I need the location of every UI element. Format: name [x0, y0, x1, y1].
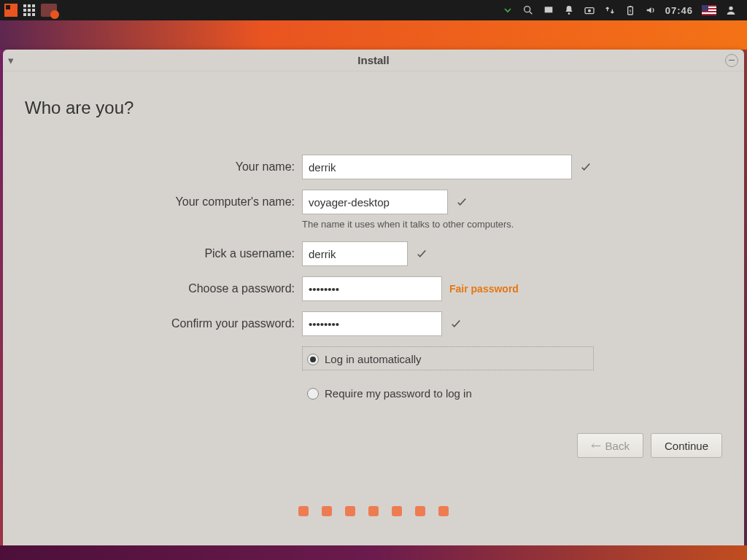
window-minimize-button[interactable] [725, 54, 738, 67]
login-require-label: Require my password to log in [325, 387, 472, 400]
password-strength: Fair password [449, 283, 519, 295]
tray-app-icon[interactable] [41, 4, 57, 17]
top-panel: 07:46 [0, 0, 747, 20]
svg-point-2 [568, 12, 570, 15]
window-menu-button[interactable]: ▾ [3, 54, 19, 67]
user-icon[interactable] [725, 4, 737, 16]
keyboard-layout-flag-icon[interactable] [702, 5, 716, 15]
hostname-input[interactable] [302, 190, 448, 214]
network-icon[interactable] [604, 4, 616, 16]
page-heading: Who are you? [25, 98, 722, 118]
username-label: Pick a username: [25, 247, 302, 260]
svg-rect-1 [544, 7, 552, 12]
apps-menu-icon[interactable] [23, 4, 35, 16]
installer-window: ▾ Install Who are you? Your name: Your c… [3, 50, 744, 545]
check-icon [449, 317, 462, 330]
clock[interactable]: 07:46 [665, 5, 693, 16]
name-label: Your name: [25, 160, 302, 174]
check-icon [415, 247, 428, 260]
svg-point-7 [729, 7, 732, 10]
search-icon[interactable] [522, 4, 534, 16]
check-icon [455, 195, 468, 209]
workspace-icon[interactable] [543, 4, 554, 16]
desktop-background-strip [0, 20, 747, 50]
name-input[interactable] [302, 155, 572, 179]
username-input[interactable] [302, 241, 408, 266]
notifications-icon[interactable] [563, 4, 575, 16]
login-auto-label: Log in automatically [325, 353, 422, 365]
desktop-background-bottom [0, 545, 747, 560]
camera-icon[interactable] [584, 4, 595, 16]
back-button[interactable]: 🡐 Back [577, 433, 643, 458]
check-icon [579, 160, 592, 174]
svg-rect-6 [629, 6, 631, 7]
continue-button[interactable]: Continue [651, 433, 722, 458]
svg-point-4 [588, 9, 591, 12]
svg-point-0 [524, 7, 530, 12]
hostname-hint: The name it uses when it talks to other … [302, 219, 722, 230]
chevron-down-icon[interactable] [502, 4, 514, 16]
login-option-auto[interactable]: Log in automatically [302, 346, 594, 370]
slideshow-progress [3, 506, 744, 516]
back-button-label: Back [605, 440, 630, 452]
password-input[interactable] [302, 276, 442, 301]
confirm-password-input[interactable] [302, 311, 442, 336]
volume-icon[interactable] [645, 4, 657, 16]
battery-icon[interactable] [624, 4, 636, 16]
password-label: Choose a password: [25, 282, 302, 295]
window-title: Install [3, 54, 744, 66]
arrow-left-icon: 🡐 [591, 440, 601, 451]
radio-icon[interactable] [307, 388, 319, 400]
hostname-label: Your computer's name: [25, 195, 302, 209]
distro-logo-icon[interactable] [4, 4, 18, 17]
login-option-require-password[interactable]: Require my password to log in [302, 381, 594, 405]
window-titlebar[interactable]: ▾ Install [3, 50, 744, 71]
user-form: Your name: Your computer's name: The nam… [25, 155, 722, 405]
continue-button-label: Continue [665, 440, 708, 452]
radio-icon[interactable] [307, 354, 319, 365]
confirm-password-label: Confirm your password: [25, 317, 302, 330]
